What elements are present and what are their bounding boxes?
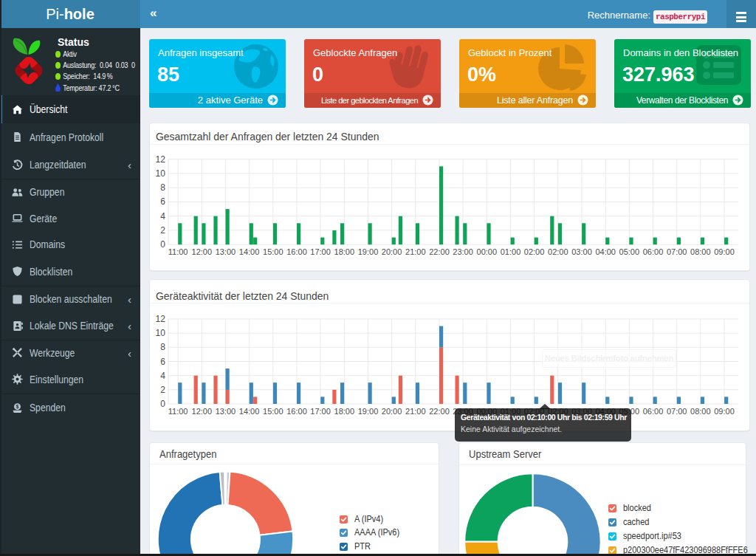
- svg-text:07:00: 07:00: [667, 407, 687, 416]
- svg-text:16:00: 16:00: [286, 407, 307, 416]
- svg-text:08:00: 08:00: [690, 247, 711, 256]
- svg-text:15:00: 15:00: [263, 247, 284, 256]
- svg-text:02:00: 02:00: [524, 247, 545, 256]
- svg-text:13:00: 13:00: [216, 407, 236, 416]
- svg-text:21:00: 21:00: [405, 247, 426, 256]
- svg-text:22:00: 22:00: [429, 407, 450, 416]
- svg-text:02:00: 02:00: [548, 247, 568, 256]
- svg-text:12:00: 12:00: [192, 247, 213, 256]
- svg-text:2: 2: [160, 385, 165, 395]
- svg-text:19:00: 19:00: [358, 407, 379, 416]
- svg-text:18:00: 18:00: [334, 247, 355, 256]
- svg-text:11:00: 11:00: [168, 407, 188, 416]
- svg-text:03:00: 03:00: [571, 247, 592, 256]
- svg-text:19:00: 19:00: [358, 247, 379, 256]
- svg-text:07:00: 07:00: [667, 247, 687, 256]
- svg-text:8: 8: [160, 342, 165, 352]
- svg-text:8: 8: [160, 182, 165, 193]
- svg-text:12:00: 12:00: [192, 407, 213, 416]
- svg-text:6: 6: [160, 196, 165, 207]
- svg-text:21:00: 21:00: [405, 407, 426, 416]
- svg-text:06:00: 06:00: [643, 247, 664, 256]
- svg-text:11:00: 11:00: [168, 247, 188, 256]
- svg-text:06:00: 06:00: [643, 407, 664, 416]
- svg-text:15:00: 15:00: [263, 407, 284, 416]
- svg-text:00:00: 00:00: [477, 247, 498, 256]
- svg-text:20:00: 20:00: [382, 247, 402, 256]
- svg-text:05:00: 05:00: [619, 247, 640, 256]
- svg-text:10: 10: [156, 328, 166, 338]
- svg-text:14:00: 14:00: [239, 247, 260, 256]
- svg-text:2: 2: [160, 225, 165, 236]
- svg-text:12: 12: [156, 314, 166, 324]
- svg-text:0: 0: [160, 239, 165, 250]
- svg-text:20:00: 20:00: [382, 407, 402, 416]
- svg-text:6: 6: [160, 357, 165, 367]
- svg-text:4: 4: [160, 371, 165, 381]
- svg-text:17:00: 17:00: [310, 247, 331, 256]
- svg-text:08:00: 08:00: [690, 407, 711, 416]
- svg-text:14:00: 14:00: [239, 407, 260, 416]
- svg-text:$: $: [16, 404, 19, 410]
- svg-text:04:00: 04:00: [595, 247, 616, 256]
- svg-text:17:00: 17:00: [310, 407, 331, 416]
- svg-text:16:00: 16:00: [286, 247, 307, 256]
- svg-text:01:00: 01:00: [501, 247, 521, 256]
- svg-text:09:00: 09:00: [714, 247, 735, 256]
- svg-text:23:00: 23:00: [453, 247, 473, 256]
- svg-text:22:00: 22:00: [429, 247, 450, 256]
- svg-text:13:00: 13:00: [216, 247, 236, 256]
- svg-text:18:00: 18:00: [334, 407, 355, 416]
- svg-text:09:00: 09:00: [714, 407, 735, 416]
- svg-text:12: 12: [156, 154, 166, 165]
- svg-text:0: 0: [160, 399, 165, 409]
- svg-text:10: 10: [156, 168, 166, 179]
- svg-text:4: 4: [160, 211, 165, 222]
